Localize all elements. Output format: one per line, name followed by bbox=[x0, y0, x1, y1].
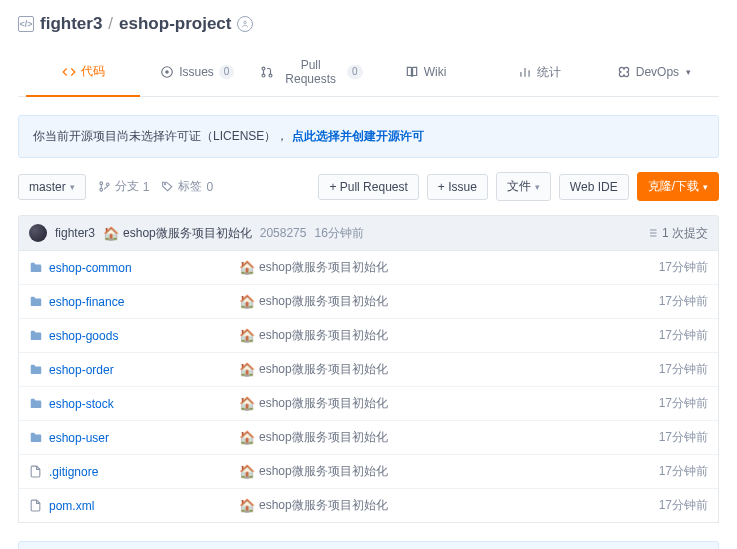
tab-label: Wiki bbox=[424, 65, 447, 79]
folder-link[interactable]: eshop-common bbox=[49, 261, 132, 275]
folder-link[interactable]: eshop-order bbox=[49, 363, 114, 377]
file-time: 17分钟前 bbox=[659, 395, 708, 412]
house-icon: 🏠 bbox=[239, 260, 255, 275]
svg-point-2 bbox=[166, 71, 168, 73]
file-time: 17分钟前 bbox=[659, 463, 708, 480]
nav-tabs: 代码 Issues 0 Pull Requests 0 Wiki 统计 bbox=[18, 48, 719, 97]
tab-pull-requests[interactable]: Pull Requests 0 bbox=[254, 48, 368, 96]
branches-label: 分支 bbox=[115, 178, 139, 195]
branches-link[interactable]: 分支 1 bbox=[94, 178, 154, 195]
readme-notice: 添加一个 README.md 文件，帮助感兴趣的人了解。 添加 README bbox=[18, 541, 719, 549]
chevron-down-icon: ▾ bbox=[70, 182, 75, 192]
file-commit-message-link[interactable]: 🏠eshop微服务项目初始化 bbox=[239, 395, 659, 412]
stats-icon bbox=[518, 65, 532, 79]
svg-point-0 bbox=[244, 21, 247, 24]
issues-icon bbox=[160, 65, 174, 79]
branch-select[interactable]: master ▾ bbox=[18, 174, 86, 200]
tags-count: 0 bbox=[206, 180, 213, 194]
file-commit-message: eshop微服务项目初始化 bbox=[259, 463, 388, 480]
file-link[interactable]: .gitignore bbox=[49, 465, 98, 479]
pr-icon bbox=[260, 65, 274, 79]
issues-count: 0 bbox=[219, 65, 235, 79]
avatar[interactable] bbox=[29, 224, 47, 242]
folder-link[interactable]: eshop-user bbox=[49, 431, 109, 445]
notice-text: 你当前开源项目尚未选择许可证（LICENSE）， bbox=[33, 129, 288, 143]
commit-author[interactable]: fighter3 bbox=[55, 226, 95, 240]
tab-label: DevOps bbox=[636, 65, 679, 79]
branch-icon bbox=[98, 180, 111, 193]
tag-icon bbox=[161, 180, 174, 193]
latest-commit-bar: fighter3 🏠 eshop微服务项目初始化 2058275 16分钟前 1… bbox=[18, 215, 719, 251]
folder-link[interactable]: eshop-goods bbox=[49, 329, 118, 343]
commits-count: 1 次提交 bbox=[662, 225, 708, 242]
tab-wiki[interactable]: Wiki bbox=[369, 48, 483, 96]
tags-label: 标签 bbox=[178, 178, 202, 195]
clone-download-button[interactable]: 克隆/下载 ▾ bbox=[637, 172, 719, 201]
folder-link[interactable]: eshop-stock bbox=[49, 397, 114, 411]
file-commit-message-link[interactable]: 🏠eshop微服务项目初始化 bbox=[239, 463, 659, 480]
file-row: .gitignore🏠eshop微服务项目初始化17分钟前 bbox=[19, 455, 718, 489]
file-list: eshop-common🏠eshop微服务项目初始化17分钟前eshop-fin… bbox=[18, 251, 719, 523]
web-ide-button[interactable]: Web IDE bbox=[559, 174, 629, 200]
svg-point-5 bbox=[269, 74, 272, 77]
folder-icon bbox=[29, 261, 43, 275]
repo-badge-icon bbox=[237, 16, 253, 32]
house-icon: 🏠 bbox=[239, 430, 255, 445]
commit-sha[interactable]: 2058275 bbox=[260, 226, 307, 240]
tab-issues[interactable]: Issues 0 bbox=[140, 48, 254, 96]
file-icon bbox=[29, 465, 43, 478]
tab-label: 代码 bbox=[81, 63, 105, 80]
house-icon: 🏠 bbox=[239, 294, 255, 309]
file-link[interactable]: pom.xml bbox=[49, 499, 94, 513]
new-issue-button[interactable]: + Issue bbox=[427, 174, 488, 200]
file-commit-message: eshop微服务项目初始化 bbox=[259, 293, 388, 310]
file-commit-message-link[interactable]: 🏠eshop微服务项目初始化 bbox=[239, 327, 659, 344]
file-commit-message-link[interactable]: 🏠eshop微服务项目初始化 bbox=[239, 361, 659, 378]
file-commit-message-link[interactable]: 🏠eshop微服务项目初始化 bbox=[239, 429, 659, 446]
files-button[interactable]: 文件 ▾ bbox=[496, 172, 551, 201]
file-time: 17分钟前 bbox=[659, 259, 708, 276]
file-name-cell: eshop-finance bbox=[29, 295, 239, 309]
file-commit-message: eshop微服务项目初始化 bbox=[259, 497, 388, 514]
tags-link[interactable]: 标签 0 bbox=[157, 178, 217, 195]
file-name-cell: .gitignore bbox=[29, 465, 239, 479]
house-icon: 🏠 bbox=[103, 226, 119, 241]
repo-owner-link[interactable]: fighter3 bbox=[40, 14, 102, 34]
tab-label: Pull Requests bbox=[279, 58, 342, 86]
house-icon: 🏠 bbox=[239, 396, 255, 411]
tab-code[interactable]: 代码 bbox=[26, 48, 140, 97]
repo-title: </> fighter3 / eshop-project bbox=[18, 14, 719, 34]
new-pr-button[interactable]: + Pull Request bbox=[318, 174, 418, 200]
file-row: eshop-finance🏠eshop微服务项目初始化17分钟前 bbox=[19, 285, 718, 319]
folder-icon bbox=[29, 397, 43, 411]
commits-count-link[interactable]: 1 次提交 bbox=[646, 225, 708, 242]
tab-devops[interactable]: DevOps ▾ bbox=[597, 48, 711, 96]
code-icon bbox=[62, 65, 76, 79]
folder-link[interactable]: eshop-finance bbox=[49, 295, 124, 309]
tab-stats[interactable]: 统计 bbox=[483, 48, 597, 96]
house-icon: 🏠 bbox=[239, 362, 255, 377]
file-row: eshop-order🏠eshop微服务项目初始化17分钟前 bbox=[19, 353, 718, 387]
wiki-icon bbox=[405, 65, 419, 79]
license-create-link[interactable]: 点此选择并创建开源许可 bbox=[292, 129, 424, 143]
license-notice: 你当前开源项目尚未选择许可证（LICENSE）， 点此选择并创建开源许可 bbox=[18, 115, 719, 158]
file-commit-message: eshop微服务项目初始化 bbox=[259, 361, 388, 378]
commit-message: eshop微服务项目初始化 bbox=[123, 225, 252, 242]
file-commit-message-link[interactable]: 🏠eshop微服务项目初始化 bbox=[239, 497, 659, 514]
file-commit-message-link[interactable]: 🏠eshop微服务项目初始化 bbox=[239, 259, 659, 276]
repo-name-link[interactable]: eshop-project bbox=[119, 14, 231, 34]
toolbar: master ▾ 分支 1 标签 0 + Pull Request + Issu… bbox=[0, 158, 737, 215]
code-icon: </> bbox=[18, 16, 34, 32]
separator: / bbox=[108, 14, 113, 34]
file-time: 17分钟前 bbox=[659, 429, 708, 446]
svg-point-10 bbox=[100, 188, 103, 191]
file-time: 17分钟前 bbox=[659, 293, 708, 310]
file-icon bbox=[29, 499, 43, 512]
file-name-cell: pom.xml bbox=[29, 499, 239, 513]
chevron-down-icon: ▾ bbox=[535, 182, 540, 192]
file-time: 17分钟前 bbox=[659, 327, 708, 344]
file-time: 17分钟前 bbox=[659, 497, 708, 514]
file-name-cell: eshop-user bbox=[29, 431, 239, 445]
file-commit-message-link[interactable]: 🏠eshop微服务项目初始化 bbox=[239, 293, 659, 310]
commit-message-link[interactable]: 🏠 eshop微服务项目初始化 bbox=[103, 225, 252, 242]
